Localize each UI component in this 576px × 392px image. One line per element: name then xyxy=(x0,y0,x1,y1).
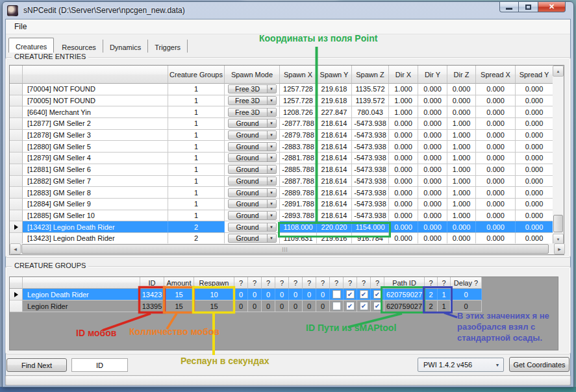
value-cell[interactable]: -2879.788 xyxy=(280,130,317,141)
value-cell[interactable]: 0.000 xyxy=(447,95,476,107)
spawn-mode-dropdown[interactable]: Ground▼ xyxy=(228,188,277,197)
unknown-cell[interactable]: 0 xyxy=(289,289,303,300)
column-header[interactable]: Respawn xyxy=(194,277,234,289)
row-header[interactable] xyxy=(10,233,23,245)
column-header[interactable]: ? xyxy=(425,277,438,289)
creature-groups-cell[interactable]: 1 xyxy=(168,176,225,188)
column-header[interactable]: Path ID xyxy=(384,277,425,289)
unknown-cell[interactable]: 2 xyxy=(425,300,438,312)
value-cell[interactable]: -2891.788 xyxy=(280,199,317,210)
value-cell[interactable]: 0.000 xyxy=(389,221,418,233)
value-cell[interactable]: 916.784 xyxy=(352,233,389,245)
table-row[interactable]: Legion Rider1339515150000000620759027210 xyxy=(10,300,558,312)
value-cell[interactable]: -2889.788 xyxy=(280,187,317,199)
get-coordinates-button[interactable]: Get Coordinates xyxy=(509,357,570,372)
value-cell[interactable]: -2885.788 xyxy=(280,164,317,176)
value-cell[interactable]: 218.614 xyxy=(317,141,352,153)
value-cell[interactable]: 0.000 xyxy=(516,153,553,164)
column-header[interactable]: Spawn Y xyxy=(317,66,352,84)
value-cell[interactable]: -5473.938 xyxy=(352,130,389,141)
value-cell[interactable]: 0.000 xyxy=(389,210,418,222)
value-cell[interactable]: 0.000 xyxy=(476,141,516,153)
spawn-mode-dropdown[interactable]: Ground▼ xyxy=(228,223,277,232)
value-cell[interactable]: 1139.572 xyxy=(352,95,389,107)
value-cell[interactable]: 0.000 xyxy=(418,95,447,107)
value-cell[interactable]: 218.614 xyxy=(317,187,352,199)
value-cell[interactable]: 1.000 xyxy=(389,106,418,118)
value-cell[interactable]: 0.000 xyxy=(389,176,418,188)
find-next-button[interactable]: Find Next xyxy=(6,358,67,372)
search-id-input[interactable] xyxy=(71,358,128,372)
value-cell[interactable]: 0.000 xyxy=(389,233,418,245)
value-cell[interactable]: 218.614 xyxy=(317,199,352,210)
value-cell[interactable]: 218.614 xyxy=(317,130,352,141)
group-name-cell[interactable]: Legion Rider xyxy=(23,300,140,312)
value-cell[interactable]: 0.000 xyxy=(476,221,516,233)
row-header[interactable] xyxy=(10,221,23,233)
checkbox-unchecked[interactable] xyxy=(332,290,341,299)
value-cell[interactable]: 0.000 xyxy=(447,233,476,245)
unknown-cell[interactable]: 0 xyxy=(262,300,275,312)
close-button[interactable]: ✕ xyxy=(538,2,566,12)
value-cell[interactable]: 1.000 xyxy=(447,141,476,153)
value-cell[interactable]: -5473.938 xyxy=(352,164,389,176)
value-cell[interactable]: 0.000 xyxy=(389,141,418,153)
entries-hscrollbar[interactable]: ◀ ||| ▶ xyxy=(10,243,565,254)
unknown-cell[interactable]: 0 xyxy=(316,300,330,312)
unknown-cell[interactable]: 0 xyxy=(234,300,248,312)
value-cell[interactable]: 0.000 xyxy=(447,221,476,233)
value-cell[interactable]: 0.000 xyxy=(418,84,447,95)
value-cell[interactable]: 0.000 xyxy=(476,84,516,95)
value-cell[interactable]: 0.000 xyxy=(516,106,553,118)
value-cell[interactable]: 0.000 xyxy=(516,233,553,245)
checkbox-checked[interactable] xyxy=(373,290,382,299)
unknown-cell[interactable]: 0 xyxy=(275,300,289,312)
value-cell[interactable]: 0.000 xyxy=(476,106,516,118)
table-row[interactable]: [12877] GM Seller 21Ground▼-2877.788218.… xyxy=(10,118,564,130)
value-cell[interactable]: -2883.788 xyxy=(280,141,317,153)
minimize-button[interactable] xyxy=(499,2,519,12)
spawn-mode-dropdown[interactable]: Ground▼ xyxy=(228,211,277,220)
value-cell[interactable]: 0.000 xyxy=(389,118,418,130)
creature-name-cell[interactable]: [12883] GM Seller 8 xyxy=(23,187,168,199)
checkbox-checked[interactable] xyxy=(373,302,382,310)
value-cell[interactable]: 1.000 xyxy=(447,176,476,188)
creature-groups-cell[interactable]: 1 xyxy=(168,164,225,176)
column-header[interactable]: ? xyxy=(275,277,289,289)
unknown-cell[interactable]: 0 xyxy=(248,300,262,312)
version-select[interactable]: PWI 1.4.2 v456 ▼ xyxy=(418,358,504,372)
unknown-cell[interactable]: 1 xyxy=(438,300,451,312)
value-cell[interactable]: 220.020 xyxy=(317,221,352,233)
table-row[interactable]: [12883] GM Seller 81Ground▼-2889.788218.… xyxy=(10,187,564,199)
column-header[interactable]: Spawn Z xyxy=(352,66,389,84)
value-cell[interactable]: 0.000 xyxy=(476,164,516,176)
value-cell[interactable]: 0.000 xyxy=(389,153,418,164)
column-header[interactable]: Spawn Mode xyxy=(225,66,280,84)
value-cell[interactable]: 219.618 xyxy=(317,84,352,95)
value-cell[interactable]: 219.618 xyxy=(317,95,352,107)
row-header[interactable] xyxy=(10,153,23,164)
value-cell[interactable]: 1109.631 xyxy=(280,233,317,245)
unknown-cell[interactable]: 0 xyxy=(234,289,248,300)
delay-cell[interactable]: 0 xyxy=(451,289,482,300)
delay-cell[interactable]: 0 xyxy=(451,300,482,312)
value-cell[interactable]: 1.000 xyxy=(447,164,476,176)
table-row[interactable]: [12881] GM Seller 61Ground▼-2885.788218.… xyxy=(10,164,564,176)
column-header[interactable]: ? xyxy=(248,277,262,289)
value-cell[interactable]: 0.000 xyxy=(516,210,553,222)
value-cell[interactable]: 1.000 xyxy=(447,199,476,210)
scroll-right-button[interactable]: ▶ xyxy=(554,243,565,254)
creature-groups-cell[interactable]: 1 xyxy=(168,210,225,222)
amount-cell[interactable]: 15 xyxy=(164,289,194,300)
value-cell[interactable]: 0.000 xyxy=(516,187,553,199)
value-cell[interactable]: 0.000 xyxy=(516,199,553,210)
row-header[interactable] xyxy=(10,289,23,300)
checkbox-unchecked[interactable] xyxy=(332,302,341,310)
creature-groups-cell[interactable]: 2 xyxy=(168,221,225,233)
value-cell[interactable]: -5473.938 xyxy=(352,210,389,222)
value-cell[interactable]: 1135.572 xyxy=(352,84,389,95)
spawn-mode-dropdown[interactable]: Ground▼ xyxy=(228,177,277,186)
creature-name-cell[interactable]: [12880] GM Seller 5 xyxy=(23,141,168,153)
row-header[interactable] xyxy=(10,84,23,95)
creature-name-cell[interactable]: [13423] Legion Death Rider xyxy=(23,221,168,233)
